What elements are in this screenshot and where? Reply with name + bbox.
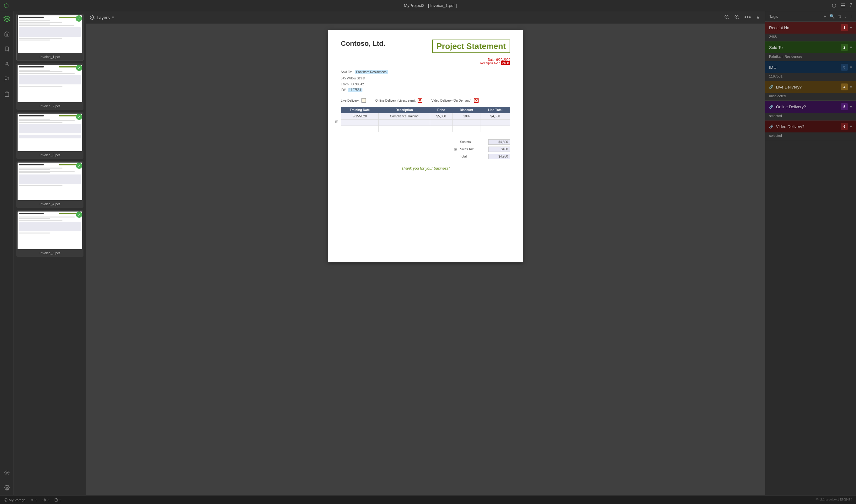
panel-toggle-button[interactable]: ∨ [755, 13, 761, 22]
people-icon[interactable] [2, 59, 12, 69]
receipt-tag-chevron-icon[interactable]: ∨ [850, 26, 852, 30]
totals-section: ⊞ Subtotal $4,500 Sales Tax $450 Total $ [341, 138, 510, 160]
tag-row-sold-to[interactable]: Sold To 2 ∨ [765, 41, 856, 53]
soldto-tag-chevron-icon[interactable]: ∨ [850, 46, 852, 50]
col-header-price: Price [430, 107, 452, 113]
cell-date: 9/15/2020 [341, 113, 379, 120]
layers-button[interactable]: Layers ∨ [90, 15, 114, 20]
video-delivery-checkbox[interactable]: ✕ [474, 98, 479, 103]
document-title: Project Statement [432, 39, 510, 53]
video-tag-value: selected [765, 132, 856, 140]
search-tag-icon[interactable]: 🔍 [829, 14, 835, 19]
id-tag-label: ID # [769, 65, 777, 70]
storage-label: MyStorage [9, 498, 25, 502]
tag-row-id[interactable]: ID # 3 ∨ [765, 61, 856, 73]
layers-chevron-icon: ∨ [112, 15, 114, 19]
tag-item-video: 🔗 Video Delivery? 6 ∨ selected [765, 121, 856, 140]
totals-icon: ⊞ [454, 147, 458, 152]
upload-tag-icon[interactable]: ↑ [850, 14, 852, 19]
id-tag-chevron-icon[interactable]: ∨ [850, 65, 852, 69]
col-header-description: Description [379, 107, 430, 113]
sort-tag-icon[interactable]: ⇅ [838, 14, 842, 19]
online-delivery-checkbox[interactable]: ✕ [418, 98, 422, 103]
total-label: Total [460, 155, 482, 158]
badge-icon: ✓ [76, 65, 82, 71]
tag-row-video[interactable]: 🔗 Video Delivery? 6 ∨ [765, 121, 856, 132]
sold-to-name: Fabrikam Residences [355, 70, 388, 74]
receipt-value: 2468 [501, 61, 510, 65]
download-tag-icon[interactable]: ↓ [845, 14, 847, 19]
share-icon[interactable]: ⬡ [832, 2, 836, 8]
soldto-tag-label: Sold To [769, 45, 783, 50]
window-title: MyProject2 - [ Invoice_1.pdf ] [29, 3, 832, 8]
layers-label: Layers [97, 15, 110, 20]
cell-description: Compliance Training [379, 113, 430, 120]
document-viewer: Contoso, Ltd. Project Statement Date: 9/… [86, 24, 765, 495]
thumbnail-item[interactable]: ✓ Invoice_2.pdf [16, 64, 84, 110]
content-area: Layers ∨ ••• ∨ Contoso, Ltd. [86, 11, 765, 495]
add-tag-icon[interactable]: + [824, 14, 826, 19]
receipt-tag-value: 2468 [765, 34, 856, 41]
live-delivery-checkbox[interactable] [361, 98, 366, 103]
tag-number-id: 3 [841, 64, 848, 71]
plugin-icon[interactable] [2, 468, 12, 478]
svg-point-4 [6, 487, 7, 489]
zoom-in-button[interactable] [733, 13, 741, 22]
online-tag-chevron-icon[interactable]: ∨ [850, 105, 852, 109]
subtotal-label: Subtotal [460, 140, 482, 144]
help-icon[interactable]: ? [850, 2, 852, 8]
table-row [341, 126, 510, 132]
tags-title: Tags [769, 14, 778, 19]
thumbnail-item[interactable]: ✓ Invoice_5.pdf [16, 210, 84, 257]
sales-tax-row: Sales Tax $450 [460, 146, 510, 153]
thumbnail-label: Invoice_2.pdf [18, 104, 82, 109]
settings-icon[interactable] [2, 483, 12, 493]
company-name: Contoso, Ltd. [341, 39, 385, 48]
receipt-tag-label: Receipt No [769, 25, 789, 30]
tag-number-receipt: 1 [841, 24, 848, 31]
thumbnail-item[interactable]: ✓ Invoice_1.pdf [16, 14, 84, 61]
home-icon[interactable] [2, 29, 12, 39]
tag-row-live[interactable]: 🔗 Live Delivery? 4 ∨ [765, 81, 856, 93]
cell-discount: 10% [452, 113, 480, 120]
zoom-out-button[interactable] [723, 13, 730, 22]
video-tag-label: Video Delivery? [776, 124, 805, 129]
sales-tax-value: $450 [488, 147, 510, 152]
main-layout: ✓ Invoice_1.pdf [0, 11, 856, 495]
thumbnail-label: Invoice_5.pdf [18, 250, 82, 255]
tag-number-video: 6 [841, 123, 848, 130]
flag-icon[interactable] [2, 74, 12, 84]
video-delivery-label: Video Delivery (On Demand): [431, 99, 472, 102]
video-tag-chevron-icon[interactable]: ∨ [850, 125, 852, 129]
more-options-button[interactable]: ••• [743, 13, 752, 22]
svg-line-7 [728, 18, 729, 19]
sold-to-label: Sold To: [341, 70, 352, 74]
svg-line-10 [738, 18, 739, 19]
id-value: 1197531 [348, 88, 362, 92]
thumbnails-panel: ✓ Invoice_1.pdf [14, 11, 86, 495]
layout-icon[interactable]: ☰ [841, 2, 845, 8]
count2-value: 5 [47, 498, 49, 502]
badge-icon: ✓ [76, 163, 82, 169]
total-row: Total $4,950 [460, 153, 510, 160]
tag-row-online[interactable]: 🔗 Online Delivery? 5 ∨ [765, 101, 856, 113]
cell-price: $5,000 [430, 113, 452, 120]
online-delivery-item: Online Delivery (Livestream): ✕ [375, 98, 422, 103]
tag-row-receipt[interactable]: Receipt No 1 ∨ [765, 22, 856, 34]
svg-marker-5 [90, 15, 94, 18]
thumbnail-item[interactable]: ✓ Invoice_4.pdf [16, 161, 84, 208]
live-delivery-item: Live Delivery: [341, 98, 366, 103]
table-row [341, 120, 510, 126]
svg-point-0 [6, 62, 8, 64]
bookmark-icon[interactable] [2, 44, 12, 54]
svg-point-15 [44, 499, 45, 500]
svg-point-13 [4, 498, 7, 502]
storage-item[interactable]: MyStorage [4, 498, 25, 502]
clipboard-icon[interactable] [2, 89, 12, 99]
delivery-section: Live Delivery: Online Delivery (Livestre… [341, 98, 510, 103]
thumbnail-label: Invoice_1.pdf [18, 54, 82, 59]
tag-item-live: 🔗 Live Delivery? 4 ∨ unselected [765, 81, 856, 101]
status-bar: MyStorage 5 5 5 2.1-preview.1-5305454 [0, 495, 856, 504]
thumbnail-item[interactable]: ✓ Invoice_3.pdf [16, 112, 84, 159]
live-tag-chevron-icon[interactable]: ∨ [850, 85, 852, 89]
